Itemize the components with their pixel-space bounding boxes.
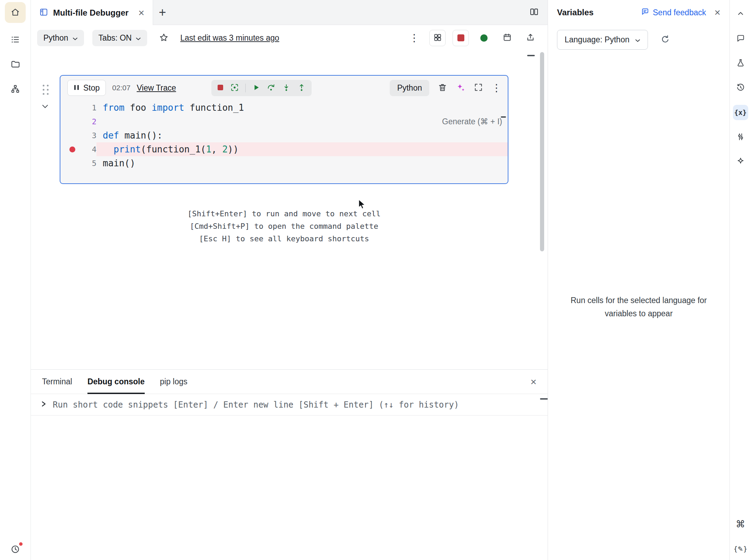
focus-brackets-icon: [230, 83, 239, 93]
vertical-scrollbar[interactable]: [540, 52, 544, 251]
line-gutter[interactable]: 3: [60, 128, 96, 142]
stop-machine-button[interactable]: [453, 30, 469, 46]
last-edit-link[interactable]: Last edit was 3 minutes ago: [180, 33, 279, 43]
integrations-button[interactable]: [8, 82, 23, 97]
view-trace-link[interactable]: View Trace: [137, 83, 176, 93]
snippets-icon: {✎}: [733, 545, 747, 553]
code-editor-line[interactable]: main(): [96, 156, 508, 170]
cell-more-options-button[interactable]: ⋮: [491, 83, 501, 93]
main-column: Multi-file Debugger × + Python Tabs: ON: [31, 0, 548, 560]
tab-terminal[interactable]: Terminal: [42, 370, 72, 394]
split-view-button[interactable]: [525, 0, 543, 25]
console-tab-bar: Terminal Debug console pip logs ×: [31, 370, 548, 394]
green-circle-icon: [480, 34, 488, 42]
ai-rail-button[interactable]: [733, 154, 748, 169]
code-text: from foo import function_1: [103, 102, 244, 113]
step-over-button[interactable]: [267, 83, 276, 93]
history-button[interactable]: [733, 80, 748, 95]
collapse-panel-button[interactable]: [733, 6, 748, 22]
refresh-variables-button[interactable]: [660, 34, 670, 45]
history-icon: [736, 83, 745, 93]
pause-icon: [74, 83, 79, 93]
tabs-toggle-dropdown[interactable]: Tabs: ON: [92, 30, 147, 46]
recent-activity-button[interactable]: [8, 542, 23, 557]
hierarchy-icon: [10, 84, 20, 95]
command-icon: ⌘: [736, 519, 745, 530]
cell-drag-handle[interactable]: [43, 85, 50, 96]
console-placeholder: Run short code snippets [Enter] / Enter …: [53, 400, 459, 410]
code-editor-line[interactable]: def main():: [96, 128, 508, 142]
kernel-language-dropdown[interactable]: Python: [37, 30, 84, 46]
code-cell: Stop 02:07 View Trace: [60, 75, 508, 184]
new-tab-button[interactable]: +: [153, 0, 172, 25]
sparkle-outline-icon: [736, 157, 745, 167]
ai-assist-button[interactable]: [456, 83, 465, 93]
language-selector-dropdown[interactable]: Language: Python: [557, 30, 648, 50]
resize-handle: [527, 55, 535, 56]
code-line[interactable]: 5main(): [60, 156, 508, 170]
line-number: 3: [92, 131, 96, 140]
code-line[interactable]: 3def main():: [60, 128, 508, 142]
favorite-button[interactable]: [155, 30, 172, 46]
debug-restart-button[interactable]: [230, 83, 239, 93]
step-out-button[interactable]: [297, 83, 306, 93]
stop-label: Stop: [83, 83, 100, 93]
line-gutter[interactable]: 1: [60, 101, 96, 115]
snippets-button[interactable]: {✎}: [733, 541, 748, 557]
flask-icon: [736, 58, 745, 68]
contents-button[interactable]: [8, 32, 23, 48]
delete-cell-button[interactable]: [438, 83, 447, 93]
code-lines: 1from foo import function_12Generate (⌘ …: [60, 96, 508, 170]
stop-button[interactable]: Stop: [67, 80, 106, 96]
panel-close-button[interactable]: ×: [714, 7, 720, 18]
comments-button[interactable]: [733, 31, 748, 46]
send-feedback-link[interactable]: Send feedback: [641, 7, 706, 18]
tab-pip-logs[interactable]: pip logs: [160, 370, 187, 394]
line-number: 1: [92, 103, 96, 112]
code-line[interactable]: 1from foo import function_1: [60, 101, 508, 115]
line-gutter[interactable]: 4: [60, 142, 96, 156]
code-editor-line[interactable]: print(function_1(1, 2)): [96, 142, 508, 156]
line-gutter[interactable]: 2: [60, 115, 96, 128]
console-input[interactable]: Run short code snippets [Enter] / Enter …: [31, 394, 548, 416]
left-sidebar: [0, 0, 31, 560]
debug-stop-button[interactable]: [217, 84, 224, 92]
tab-multi-file-debugger[interactable]: Multi-file Debugger ×: [31, 0, 153, 25]
code-editor-line[interactable]: from foo import function_1: [96, 101, 508, 115]
home-button[interactable]: [5, 2, 26, 23]
step-over-icon: [267, 83, 276, 93]
code-line[interactable]: 2Generate (⌘ + I): [60, 115, 508, 128]
step-into-button[interactable]: [282, 83, 291, 93]
code-line[interactable]: 4 print(function_1(1, 2)): [60, 142, 508, 156]
environment-button[interactable]: [733, 56, 748, 71]
debug-continue-button[interactable]: [252, 83, 260, 93]
tab-debug-console[interactable]: Debug console: [87, 370, 145, 394]
generate-hint[interactable]: Generate (⌘ + I): [442, 117, 502, 126]
more-options-button[interactable]: ⋮: [406, 30, 422, 46]
fullscreen-button[interactable]: [474, 83, 483, 93]
layout-grid-button[interactable]: [429, 30, 446, 46]
settings-sliders-button[interactable]: [733, 129, 748, 145]
comment-icon: [736, 34, 745, 44]
variables-empty-message: Run cells for the selected language for …: [560, 294, 717, 320]
code-editor-line[interactable]: Generate (⌘ + I): [96, 115, 508, 128]
language-selector-label: Language: Python: [565, 35, 630, 44]
files-button[interactable]: [8, 57, 23, 72]
cell-language-badge[interactable]: Python: [390, 80, 429, 96]
feedback-bubble-icon: [641, 7, 649, 18]
schedule-button[interactable]: [499, 30, 515, 46]
variables-rail-button[interactable]: {x}: [733, 105, 748, 120]
console-close-button[interactable]: ×: [530, 377, 537, 387]
folder-icon: [10, 59, 20, 70]
hint-line: [Cmd+Shift+P] to open the command palett…: [60, 220, 508, 233]
cell-collapse-button[interactable]: [41, 104, 49, 110]
line-gutter[interactable]: 5: [60, 156, 96, 170]
code-text: main(): [103, 158, 135, 168]
fullscreen-icon: [474, 83, 483, 93]
shortcuts-button[interactable]: ⌘: [733, 517, 748, 532]
breakpoint-dot[interactable]: [69, 147, 75, 152]
tab-close-button[interactable]: ×: [138, 8, 144, 18]
console-output-area[interactable]: [31, 416, 548, 560]
share-button[interactable]: [522, 30, 539, 46]
machine-status-button[interactable]: [476, 30, 492, 46]
